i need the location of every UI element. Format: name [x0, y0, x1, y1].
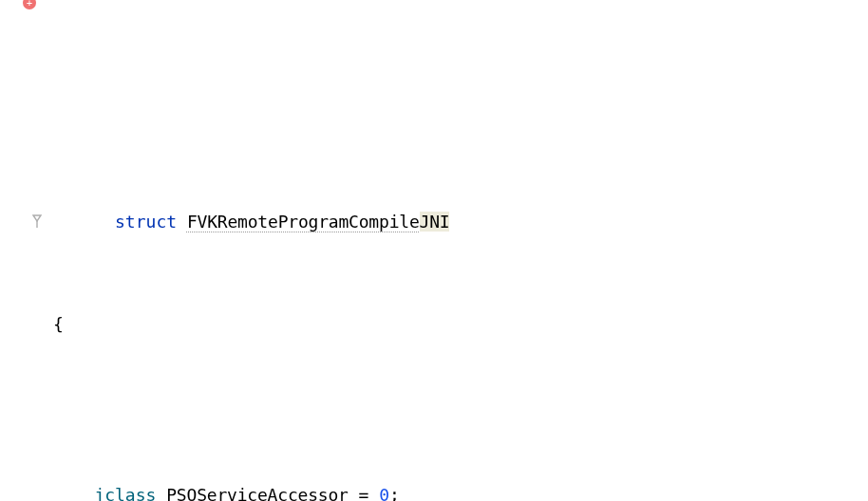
code-line: {	[46, 307, 868, 342]
fold-icon[interactable]	[32, 146, 44, 159]
literal-zero: 0	[379, 485, 389, 501]
keyword-struct: struct	[115, 212, 177, 232]
brace-open: {	[53, 314, 64, 334]
member-name: PSOServiceAccessor	[166, 485, 348, 501]
member-type: jclass	[94, 485, 156, 501]
code-editor[interactable]: + struct FVKRemoteProgramCompileJNI { jc…	[0, 0, 868, 501]
struct-name-prefix: FVKRemoteProgramCompile	[187, 212, 420, 232]
code-line: jclass PSOServiceAccessor = 0;	[46, 478, 868, 501]
gutter-add-marker[interactable]: +	[23, 0, 36, 9]
code-block: struct FVKRemoteProgramCompileJNI { jcla…	[46, 0, 868, 501]
struct-name-suffix: JNI	[420, 212, 450, 232]
code-line: struct FVKRemoteProgramCompileJNI	[46, 137, 868, 171]
